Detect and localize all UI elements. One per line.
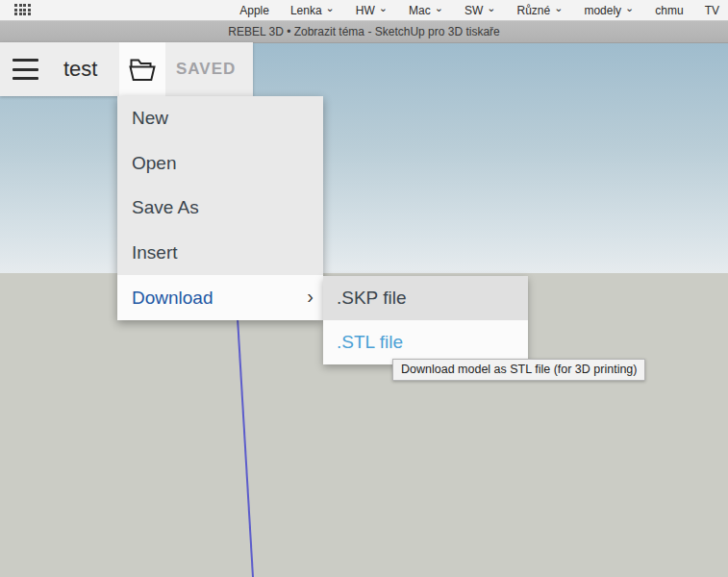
chevron-down-icon: ⌄ (554, 4, 563, 12)
chevron-down-icon: ⌄ (435, 4, 443, 12)
bookmark-ruzne[interactable]: Různé⌄ (517, 4, 564, 17)
bookmarks-bar: Apple Lenka⌄ HW⌄ Mac⌄ SW⌄ Různé⌄ modely⌄… (0, 0, 728, 21)
save-status-badge: SAVED (176, 42, 236, 96)
file-menu-button[interactable] (119, 42, 165, 96)
menu-item-save-as[interactable]: Save As (117, 186, 323, 231)
bookmark-mac[interactable]: Mac⌄ (409, 4, 443, 17)
chevron-down-icon: ⌄ (326, 4, 335, 12)
hamburger-menu-icon[interactable] (13, 59, 38, 80)
menu-item-insert[interactable]: Insert (117, 231, 323, 276)
download-submenu: .SKP file .STL file (323, 276, 528, 364)
model-title: test (63, 42, 97, 96)
screen: Apple Lenka⌄ HW⌄ Mac⌄ SW⌄ Různé⌄ modely⌄… (0, 0, 728, 577)
browser-tab-bar[interactable]: REBEL 3D • Zobrazit téma - SketchUp pro … (0, 21, 728, 43)
bookmark-lenka[interactable]: Lenka⌄ (290, 4, 335, 17)
bookmark-apple[interactable]: Apple (239, 4, 269, 17)
chevron-down-icon: ⌄ (379, 4, 388, 12)
chevron-down-icon: ⌄ (625, 4, 634, 12)
tab-title: REBEL 3D • Zobrazit téma - SketchUp pro … (228, 25, 500, 38)
menu-item-new[interactable]: New (117, 96, 323, 141)
bookmark-items: Apple Lenka⌄ HW⌄ Mac⌄ SW⌄ Různé⌄ modely⌄… (239, 0, 719, 20)
chevron-down-icon: ⌄ (487, 4, 495, 12)
submenu-item-skp-file[interactable]: .SKP file (323, 276, 528, 320)
bookmark-sw[interactable]: SW⌄ (464, 4, 496, 17)
menu-item-open[interactable]: Open (117, 141, 323, 187)
bookmark-chmu[interactable]: chmu (655, 4, 683, 17)
bookmarks-grid-icon[interactable] (14, 4, 30, 16)
submenu-arrow-icon: › (307, 286, 314, 308)
bookmark-tv[interactable]: TV (705, 4, 719, 17)
open-folder-icon (128, 57, 157, 82)
bookmark-modely[interactable]: modely⌄ (584, 4, 634, 17)
sketchup-toolbar: test SAVED (0, 42, 253, 96)
menu-item-download[interactable]: Download › (117, 275, 323, 320)
bookmark-hw[interactable]: HW⌄ (356, 4, 388, 17)
stl-tooltip: Download model as STL file (for 3D print… (392, 359, 645, 381)
file-dropdown-menu: New Open Save As Insert Download › (117, 96, 323, 320)
